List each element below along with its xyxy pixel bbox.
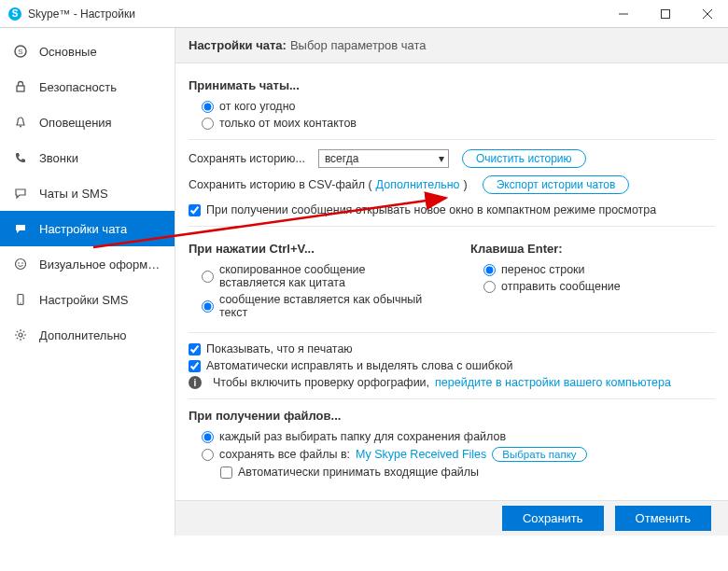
- sidebar-item-advanced[interactable]: Дополнительно: [0, 317, 175, 353]
- sidebar-item-label: Основные: [39, 45, 97, 59]
- content-scroll[interactable]: Принимать чаты... от кого угодно только …: [175, 63, 728, 500]
- window-title: Skype™ - Настройки: [28, 7, 135, 21]
- close-button[interactable]: [686, 0, 728, 28]
- main-panel: Настройки чата: Выбор параметров чата Пр…: [175, 28, 728, 536]
- mobile-icon: [13, 292, 28, 307]
- chat-filled-icon: [13, 221, 28, 236]
- choose-folder-button[interactable]: Выбрать папку: [492, 447, 586, 462]
- header-bold: Настройки чата:: [189, 38, 287, 52]
- radio-enter-newline[interactable]: перенос строки: [483, 263, 585, 276]
- svg-point-15: [19, 333, 22, 337]
- csv-more-link[interactable]: Дополнительно: [376, 178, 460, 191]
- svg-text:S: S: [18, 48, 22, 56]
- csv-label: Сохранить историю в CSV-файл (: [189, 178, 372, 191]
- checkbox-show-typing[interactable]: Показывать, что я печатаю: [189, 342, 353, 355]
- sidebar-item-label: Визуальное оформле...: [39, 258, 161, 272]
- skype-outline-icon: S: [13, 44, 28, 59]
- svg-point-9: [20, 126, 21, 128]
- sidebar-item-calls[interactable]: Звонки: [0, 140, 175, 175]
- sidebar: S Основные Безопасность Оповещения Звонк…: [0, 28, 175, 536]
- sidebar-item-notifications[interactable]: Оповещения: [0, 104, 175, 140]
- chevron-down-icon: ▾: [439, 152, 444, 165]
- cancel-button[interactable]: Отменить: [615, 506, 711, 531]
- spell-settings-link[interactable]: перейдите в настройки вашего компьютера: [435, 376, 671, 389]
- svg-point-12: [21, 262, 23, 264]
- footer: Сохранить Отменить: [175, 500, 728, 536]
- sidebar-item-chat-settings[interactable]: Настройки чата: [0, 211, 175, 246]
- sidebar-item-label: Дополнительно: [39, 328, 127, 342]
- svg-line-21: [23, 338, 24, 339]
- spell-info-text: Чтобы включить проверку орфографии,: [213, 376, 429, 389]
- minimize-button[interactable]: [602, 0, 644, 28]
- lock-icon: [13, 79, 28, 94]
- main-header: Настройки чата: Выбор параметров чата: [175, 28, 728, 63]
- svg-line-22: [23, 331, 24, 332]
- skype-icon: S: [7, 7, 22, 21]
- export-history-button[interactable]: Экспорт истории чатов: [483, 175, 630, 194]
- radio-accept-anyone[interactable]: от кого угодно: [202, 100, 296, 113]
- sidebar-item-sms-settings[interactable]: Настройки SMS: [0, 282, 175, 317]
- svg-point-14: [20, 302, 21, 303]
- accept-section-title: Принимать чаты...: [189, 78, 715, 92]
- radio-files-save-all[interactable]: сохранять все файлы в:: [202, 448, 350, 461]
- svg-line-20: [17, 331, 18, 332]
- checkbox-auto-accept-files[interactable]: Автоматически принимать входящие файлы: [220, 466, 479, 479]
- sidebar-item-security[interactable]: Безопасность: [0, 69, 175, 104]
- maximize-button[interactable]: [644, 0, 686, 28]
- sidebar-item-label: Чаты и SMS: [39, 187, 108, 201]
- info-icon: i: [189, 376, 202, 389]
- svg-rect-8: [17, 86, 24, 91]
- checkbox-compact-window[interactable]: При получении сообщения открывать новое …: [189, 203, 656, 216]
- sidebar-item-label: Звонки: [39, 151, 78, 165]
- chat-icon: [13, 186, 28, 201]
- keep-history-label: Сохранять историю...: [189, 152, 305, 165]
- svg-line-23: [17, 338, 18, 339]
- files-section-title: При получении файлов...: [189, 409, 715, 423]
- svg-rect-3: [661, 9, 669, 18]
- bell-icon: [13, 115, 28, 130]
- ctrlv-section-title: При нажатии Ctrl+V...: [189, 242, 433, 256]
- sidebar-item-label: Настройки SMS: [39, 293, 129, 307]
- phone-icon: [13, 150, 28, 165]
- header-subtitle: Выбор параметров чата: [290, 38, 427, 52]
- clear-history-button[interactable]: Очистить историю: [462, 149, 586, 168]
- history-select[interactable]: всегда▾: [318, 149, 449, 168]
- radio-enter-send[interactable]: отправить сообщение: [483, 280, 621, 293]
- radio-paste-plain[interactable]: сообщение вставляется как обычный текст: [202, 293, 433, 319]
- svg-text:S: S: [12, 8, 19, 19]
- checkbox-autocorrect[interactable]: Автоматически исправлять и выделять слов…: [189, 359, 513, 372]
- sidebar-item-general[interactable]: S Основные: [0, 34, 175, 69]
- sidebar-item-visual[interactable]: Визуальное оформле...: [0, 246, 175, 282]
- radio-paste-quote[interactable]: скопированное сообщение вставляется как …: [202, 263, 433, 289]
- received-folder-link[interactable]: My Skype Received Files: [356, 448, 486, 461]
- sidebar-item-chat-sms[interactable]: Чаты и SMS: [0, 175, 175, 211]
- svg-point-11: [18, 262, 20, 264]
- gear-icon: [13, 327, 28, 342]
- radio-accept-contacts[interactable]: только от моих контактов: [202, 117, 357, 130]
- titlebar: S Skype™ - Настройки: [0, 0, 728, 28]
- sidebar-item-label: Безопасность: [39, 80, 117, 94]
- sidebar-item-label: Оповещения: [39, 116, 112, 130]
- emoji-icon: [13, 257, 28, 272]
- svg-point-10: [16, 259, 26, 270]
- save-button[interactable]: Сохранить: [502, 506, 604, 531]
- sidebar-item-label: Настройки чата: [39, 222, 127, 236]
- enter-section-title: Клавиша Enter:: [470, 242, 715, 256]
- radio-files-choose-each[interactable]: каждый раз выбирать папку для сохранения…: [202, 430, 506, 443]
